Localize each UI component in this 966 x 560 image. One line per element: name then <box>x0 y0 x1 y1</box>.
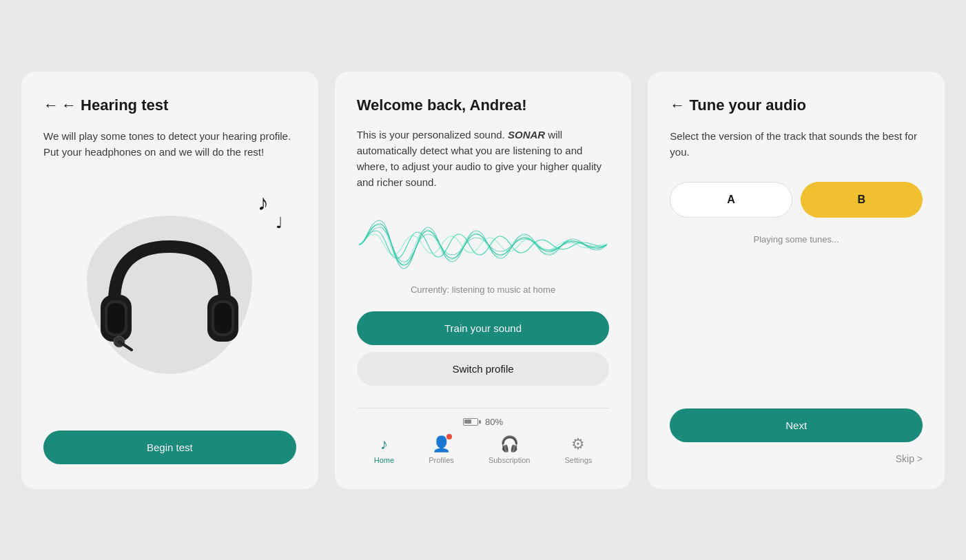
welcome-title: Welcome back, Andrea! <box>357 96 610 114</box>
settings-label: Settings <box>565 456 593 464</box>
settings-icon: ⚙ <box>571 435 585 453</box>
action-buttons: Train your sound Switch profile <box>357 311 610 386</box>
welcome-card: Welcome back, Andrea! This is your perso… <box>335 72 632 489</box>
home-label: Home <box>374 456 394 464</box>
profiles-icon: 👤 <box>432 435 451 453</box>
hearing-test-card: ← ← Hearing test We will play some tones… <box>21 72 318 489</box>
waveform-visualization <box>357 210 610 279</box>
back-arrow-icon: ← <box>43 96 59 114</box>
headphones-svg <box>94 226 245 364</box>
ab-toggle: A B <box>670 182 923 218</box>
train-sound-button[interactable]: Train your sound <box>357 311 610 345</box>
brand-name: SONAR <box>508 129 545 141</box>
card3-spacer <box>670 267 923 408</box>
ab-btn-a[interactable]: A <box>670 182 792 218</box>
nav-tab-profiles[interactable]: 👤 Profiles <box>429 435 454 464</box>
home-icon: ♪ <box>380 435 388 453</box>
battery-indicator: 80% <box>463 417 503 427</box>
nav-tab-home[interactable]: ♪ Home <box>374 435 394 464</box>
bottom-bar: 80% ♪ Home 👤 Profiles 🎧 Subscription ⚙ S… <box>357 408 610 464</box>
card3-back-button[interactable]: ← Tune your audio <box>670 96 923 114</box>
begin-test-button[interactable]: Begin test <box>43 431 296 464</box>
card1-title: ← Hearing test <box>61 96 168 114</box>
next-button[interactable]: Next <box>670 408 923 442</box>
currently-text: Currently: listening to music at home <box>357 284 610 295</box>
battery-fill <box>464 419 471 424</box>
battery-icon <box>463 418 481 426</box>
playing-text: Playing some tunes... <box>670 234 923 245</box>
tune-audio-card: ← Tune your audio Select the version of … <box>648 72 945 489</box>
card1-description: We will play some tones to detect your h… <box>43 128 296 160</box>
waveform-svg <box>359 210 607 279</box>
nav-tab-settings[interactable]: ⚙ Settings <box>565 435 593 464</box>
welcome-description: This is your personalized sound. SONAR w… <box>357 127 610 191</box>
profiles-label: Profiles <box>429 456 454 464</box>
subscription-label: Subscription <box>489 456 531 464</box>
card3-description: Select the version of the track that sou… <box>670 128 923 160</box>
svg-rect-5 <box>214 303 232 333</box>
music-note-large-icon: ♪ <box>258 190 269 216</box>
battery-percentage: 80% <box>485 417 503 427</box>
card3-title: ← Tune your audio <box>670 96 806 114</box>
headphone-illustration: ♪ ♩ <box>43 176 296 414</box>
switch-profile-button[interactable]: Switch profile <box>357 352 610 386</box>
subscription-icon: 🎧 <box>500 435 519 453</box>
nav-tab-subscription[interactable]: 🎧 Subscription <box>489 435 531 464</box>
svg-rect-2 <box>107 303 125 333</box>
cards-container: ← ← Hearing test We will play some tones… <box>21 72 945 489</box>
skip-link[interactable]: Skip > <box>896 453 923 464</box>
back-button[interactable]: ← ← Hearing test <box>43 96 296 114</box>
ab-btn-b[interactable]: B <box>801 182 923 218</box>
bottom-nav: ♪ Home 👤 Profiles 🎧 Subscription ⚙ Setti… <box>357 435 610 464</box>
battery-body <box>463 418 478 426</box>
battery-tip <box>479 420 481 424</box>
music-note-small-icon: ♩ <box>276 214 282 232</box>
